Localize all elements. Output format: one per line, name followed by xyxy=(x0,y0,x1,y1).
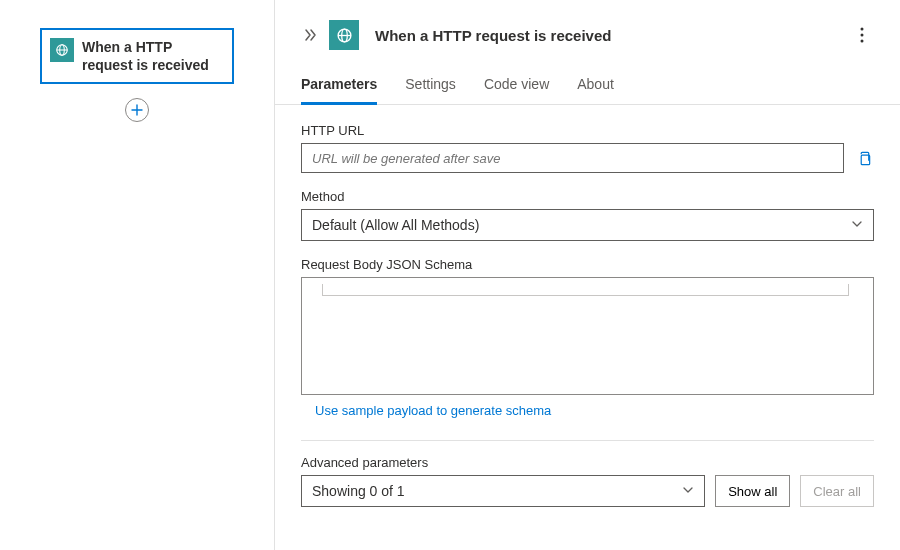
advanced-params-label: Advanced parameters xyxy=(301,455,874,470)
chevron-down-icon xyxy=(682,483,694,499)
http-url-input[interactable] xyxy=(301,143,844,173)
divider xyxy=(301,440,874,441)
http-request-icon xyxy=(50,38,74,62)
tab-settings[interactable]: Settings xyxy=(405,66,456,105)
canvas-area: When a HTTP request is received xyxy=(0,0,275,550)
method-select[interactable]: Default (Allow All Methods) xyxy=(301,209,874,241)
chevron-down-icon xyxy=(851,217,863,233)
add-step-button[interactable] xyxy=(125,98,149,122)
schema-label: Request Body JSON Schema xyxy=(301,257,874,272)
svg-point-8 xyxy=(861,40,864,43)
svg-point-6 xyxy=(861,28,864,31)
http-request-icon xyxy=(329,20,359,50)
details-panel: When a HTTP request is received Paramete… xyxy=(275,0,900,550)
method-value: Default (Allow All Methods) xyxy=(312,217,851,233)
more-menu-button[interactable] xyxy=(850,23,874,47)
panel-body: HTTP URL Method Default (Allow All Metho… xyxy=(275,105,900,550)
svg-point-7 xyxy=(861,34,864,37)
copy-url-button[interactable] xyxy=(854,143,874,173)
tab-about[interactable]: About xyxy=(577,66,614,105)
tab-code-view[interactable]: Code view xyxy=(484,66,549,105)
advanced-params-select[interactable]: Showing 0 of 1 xyxy=(301,475,705,507)
tab-bar: Parameters Settings Code view About xyxy=(275,66,900,105)
panel-header: When a HTTP request is received xyxy=(275,0,900,66)
collapse-panel-icon[interactable] xyxy=(301,26,319,44)
tab-parameters[interactable]: Parameters xyxy=(301,66,377,105)
trigger-node[interactable]: When a HTTP request is received xyxy=(40,28,234,84)
schema-textarea[interactable] xyxy=(301,277,874,395)
http-url-label: HTTP URL xyxy=(301,123,874,138)
clear-all-button: Clear all xyxy=(800,475,874,507)
use-sample-payload-link[interactable]: Use sample payload to generate schema xyxy=(301,403,551,418)
trigger-node-title: When a HTTP request is received xyxy=(82,38,224,74)
method-label: Method xyxy=(301,189,874,204)
show-all-button[interactable]: Show all xyxy=(715,475,790,507)
panel-title: When a HTTP request is received xyxy=(369,27,840,44)
advanced-params-value: Showing 0 of 1 xyxy=(312,483,682,499)
